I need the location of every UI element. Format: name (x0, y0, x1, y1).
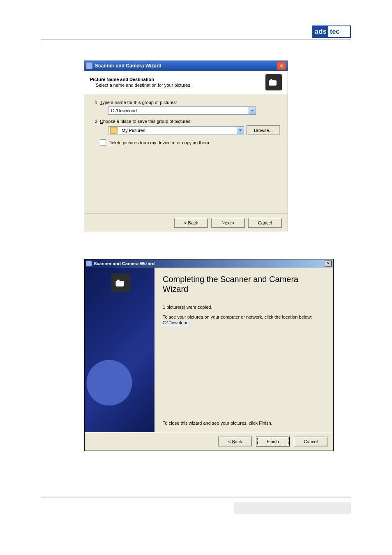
dialog1-body: Type a name for this group of pictures: … (84, 94, 288, 213)
step2-label: Choose a place to save this group of pic… (100, 119, 191, 124)
cancel-button[interactable]: Cancel (248, 218, 282, 228)
camera-app-icon (86, 62, 92, 69)
wizard-camera-icon (265, 74, 282, 90)
camera-app-icon (86, 261, 92, 266)
wizard-camera-icon (111, 273, 130, 292)
close-button[interactable]: × (325, 260, 332, 267)
next-button-label: Next > (221, 220, 235, 225)
close-button[interactable]: × (277, 62, 286, 70)
step1-label: Type a name for this group of pictures: (100, 100, 177, 105)
dialog2-title: Scanner and Camera Wizard (94, 261, 325, 266)
wizard-name-destination-dialog: Scanner and Camera Wizard × Picture Name… (84, 61, 288, 232)
cancel-button-label: Cancel (258, 220, 272, 225)
delete-after-copy-label: Delete pictures from my device after cop… (108, 140, 209, 145)
header-divider (41, 39, 351, 40)
back-button[interactable]: < Back (218, 437, 252, 446)
back-button-label: < Back (228, 439, 242, 444)
close-wizard-line: To close this wizard and see your pictur… (163, 421, 325, 426)
footer-bar (234, 502, 351, 514)
finish-button-label: Finish (267, 439, 279, 444)
finish-button[interactable]: Finish (256, 437, 290, 446)
dialog2-footer: < Back Finish Cancel (85, 432, 333, 451)
browse-button[interactable]: Browse... (247, 125, 280, 135)
see-pictures-line: To see your pictures on your computer or… (163, 314, 325, 319)
dialog2-heading: Completing the Scanner and Camera Wizard (163, 274, 325, 294)
dialog1-header-subtitle: Select a name and destination for your p… (96, 83, 265, 88)
chevron-down-icon (251, 110, 254, 111)
brand-logo-left: ads (313, 26, 328, 37)
download-location-link[interactable]: C:\Download (163, 320, 325, 325)
cancel-button-label: Cancel (304, 439, 318, 444)
cancel-button[interactable]: Cancel (294, 437, 327, 446)
save-location-dropdown-button[interactable] (237, 127, 244, 134)
close-icon: × (280, 63, 283, 68)
wizard-side-banner (85, 268, 154, 432)
dialog1-footer: < Back Next > Cancel (84, 213, 288, 232)
close-icon: × (327, 261, 330, 266)
picture-name-dropdown-button[interactable] (249, 107, 256, 114)
dialog1-title: Scanner and Camera Wizard (95, 63, 277, 69)
footer-divider (41, 497, 351, 497)
wizard-complete-dialog: Scanner and Camera Wizard × Completing t… (84, 259, 334, 451)
browse-button-label: Browse... (254, 128, 273, 133)
picture-name-value: C:/Download (108, 108, 249, 113)
picture-name-combo[interactable]: C:/Download (108, 106, 256, 115)
dialog2-main: Completing the Scanner and Camera Wizard… (154, 268, 333, 432)
chevron-down-icon (239, 130, 242, 131)
next-button[interactable]: Next > (211, 218, 245, 228)
brand-logo: ads tec (312, 25, 351, 38)
folder-icon (110, 127, 118, 134)
dialog2-titlebar[interactable]: Scanner and Camera Wizard × (85, 259, 333, 268)
back-button[interactable]: < Back (174, 218, 208, 228)
copied-count-line: 1 picture(s) were copied. (163, 305, 325, 310)
dialog1-header-title: Picture Name and Destination (90, 77, 265, 82)
back-button-label: < Back (184, 220, 198, 225)
save-location-value: My Pictures (119, 128, 237, 133)
dialog1-titlebar[interactable]: Scanner and Camera Wizard × (84, 61, 288, 71)
brand-logo-right: tec (328, 26, 341, 37)
delete-after-copy-checkbox[interactable] (100, 139, 106, 146)
save-location-combo[interactable]: My Pictures (108, 126, 244, 134)
dialog1-header-panel: Picture Name and Destination Select a na… (84, 71, 288, 94)
